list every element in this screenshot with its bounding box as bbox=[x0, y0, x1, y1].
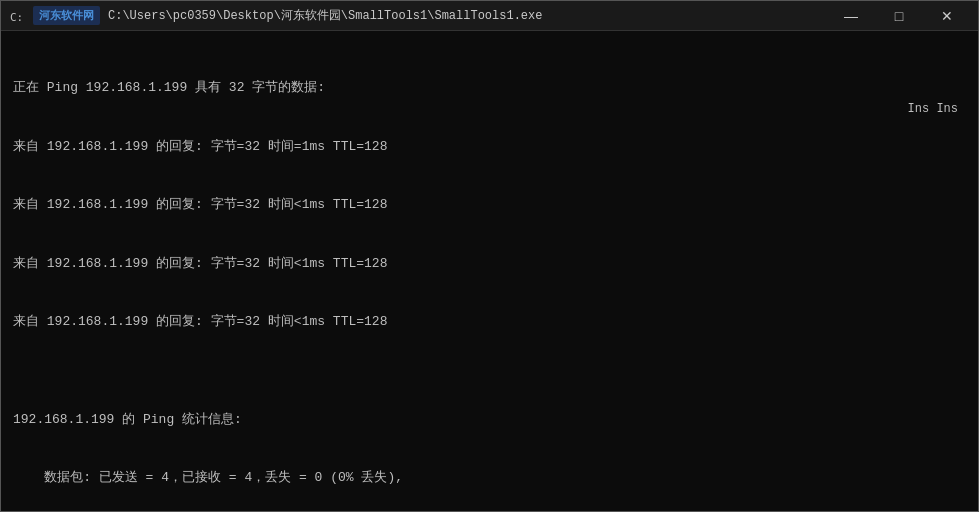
title-bar-controls: — □ ✕ bbox=[828, 2, 970, 30]
title-bar-left: C: 河东软件网 C:\Users\pc0359\Desktop\河东软件园\S… bbox=[9, 6, 542, 25]
minimize-button[interactable]: — bbox=[828, 2, 874, 30]
terminal-line-7: 数据包: 已发送 = 4，已接收 = 4，丢失 = 0 (0% 丢失), bbox=[13, 468, 966, 488]
terminal-body[interactable]: 正在 Ping 192.168.1.199 具有 32 字节的数据: 来自 19… bbox=[1, 31, 978, 511]
svg-text:C:: C: bbox=[10, 11, 23, 24]
terminal-line-4: 来自 192.168.1.199 的回复: 字节=32 时间<1ms TTL=1… bbox=[13, 312, 966, 332]
close-button[interactable]: ✕ bbox=[924, 2, 970, 30]
ins-indicator: Ins Ins bbox=[908, 99, 958, 121]
watermark-text: 河东软件网 bbox=[33, 6, 100, 25]
terminal-line-6: 192.168.1.199 的 Ping 统计信息: bbox=[13, 410, 966, 430]
cmd-window: C: 河东软件网 C:\Users\pc0359\Desktop\河东软件园\S… bbox=[0, 0, 979, 512]
title-text: C:\Users\pc0359\Desktop\河东软件园\SmallTools… bbox=[108, 7, 542, 24]
terminal-output: 正在 Ping 192.168.1.199 具有 32 字节的数据: 来自 19… bbox=[13, 39, 966, 511]
terminal-line-0: 正在 Ping 192.168.1.199 具有 32 字节的数据: bbox=[13, 78, 966, 98]
terminal-line-3: 来自 192.168.1.199 的回复: 字节=32 时间<1ms TTL=1… bbox=[13, 254, 966, 274]
terminal-line-1: 来自 192.168.1.199 的回复: 字节=32 时间=1ms TTL=1… bbox=[13, 137, 966, 157]
watermark-area: 河东软件网 bbox=[33, 6, 100, 25]
maximize-button[interactable]: □ bbox=[876, 2, 922, 30]
title-bar: C: 河东软件网 C:\Users\pc0359\Desktop\河东软件园\S… bbox=[1, 1, 978, 31]
cmd-icon: C: bbox=[9, 8, 25, 24]
terminal-line-2: 来自 192.168.1.199 的回复: 字节=32 时间<1ms TTL=1… bbox=[13, 195, 966, 215]
